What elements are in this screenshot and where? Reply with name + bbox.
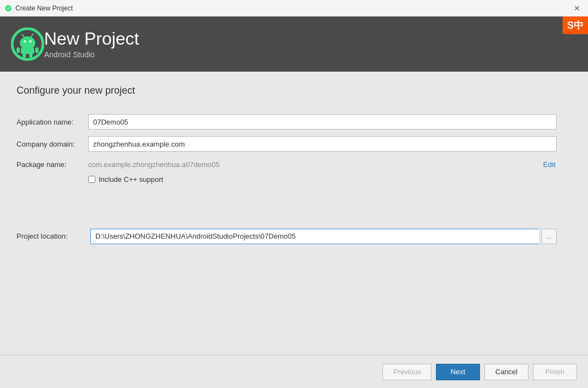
title-bar-left: A Create New Project (4, 4, 73, 12)
finish-button[interactable]: Finish (533, 364, 577, 380)
footer: Previous Next Cancel Finish (0, 355, 588, 388)
project-location-section: Project location: ... (17, 228, 557, 245)
svg-rect-11 (23, 53, 26, 58)
app-name-input[interactable] (88, 114, 557, 130)
package-name-label: Package name: (17, 156, 88, 173)
section-title: Configure your new project (17, 85, 571, 96)
cpp-support-text: Include C++ support (99, 175, 163, 184)
company-domain-input[interactable] (88, 136, 557, 152)
project-location-input[interactable] (90, 229, 539, 244)
package-name-row: Package name: com.example.zhongzhenhua.a… (17, 156, 557, 173)
window-title: Create New Project (15, 4, 73, 12)
cpp-support-label[interactable]: Include C++ support (88, 175, 557, 184)
svg-rect-8 (21, 47, 34, 54)
close-button[interactable]: ✕ (570, 2, 584, 15)
svg-line-7 (31, 34, 33, 37)
edit-link[interactable]: Edit (543, 160, 557, 169)
cancel-button[interactable]: Cancel (484, 364, 528, 380)
project-location-label: Project location: (17, 228, 88, 245)
main-content: Configure your new project Application n… (0, 72, 588, 355)
header-title: New Project (44, 29, 139, 48)
cpp-support-row: Include C++ support (17, 175, 557, 184)
svg-line-6 (22, 34, 24, 37)
svg-point-5 (29, 40, 31, 42)
company-domain-label: Company domain: (17, 136, 88, 153)
company-domain-row: Company domain: (17, 134, 557, 154)
header-subtitle: Android Studio (44, 50, 139, 59)
svg-rect-9 (17, 47, 20, 53)
svg-point-4 (24, 40, 26, 42)
header-title-group: New Project Android Studio (44, 29, 139, 58)
android-studio-logo (11, 28, 44, 61)
svg-rect-12 (29, 53, 33, 58)
android-studio-icon: A (4, 4, 12, 12)
browse-button[interactable]: ... (541, 229, 557, 244)
cpp-support-checkbox[interactable] (88, 176, 95, 183)
svg-rect-10 (35, 47, 39, 53)
app-name-row: Application name: (17, 112, 557, 132)
app-name-label: Application name: (17, 114, 88, 131)
next-button[interactable]: Next (436, 364, 480, 380)
package-name-value: com.example.zhongzhenhua.a07demo05 (88, 157, 543, 172)
title-bar: A Create New Project ✕ (0, 0, 588, 17)
project-location-row: Project location: ... (17, 228, 557, 245)
header: New Project Android Studio S中 (0, 17, 588, 72)
previous-button[interactable]: Previous (382, 364, 431, 380)
header-badge: S中 (563, 17, 588, 34)
